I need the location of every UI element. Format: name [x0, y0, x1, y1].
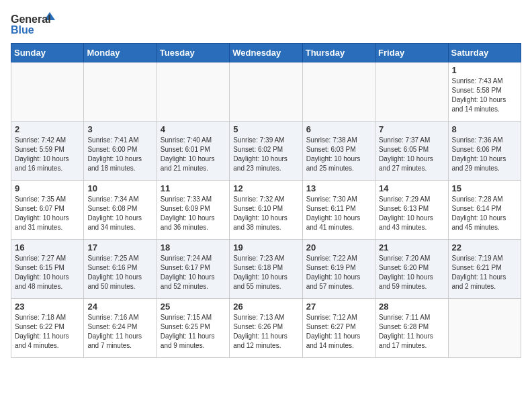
day-number: 7 — [379, 124, 444, 134]
calendar-cell: 21Sunrise: 7:20 AM Sunset: 6:20 PM Dayli… — [375, 240, 448, 299]
day-number: 22 — [452, 242, 517, 253]
calendar-cell: 12Sunrise: 7:32 AM Sunset: 6:10 PM Dayli… — [230, 181, 302, 240]
calendar-cell: 25Sunrise: 7:15 AM Sunset: 6:25 PM Dayli… — [157, 299, 229, 358]
day-info: Sunrise: 7:16 AM Sunset: 6:24 PM Dayligh… — [87, 313, 152, 351]
day-number: 6 — [306, 124, 371, 134]
calendar-cell: 24Sunrise: 7:16 AM Sunset: 6:24 PM Dayli… — [84, 299, 157, 358]
day-info: Sunrise: 7:20 AM Sunset: 6:20 PM Dayligh… — [379, 254, 444, 291]
day-number: 19 — [233, 242, 298, 253]
calendar-cell: 15Sunrise: 7:28 AM Sunset: 6:14 PM Dayli… — [448, 181, 521, 240]
weekday-header-monday: Monday — [84, 44, 157, 62]
day-info: Sunrise: 7:19 AM Sunset: 6:21 PM Dayligh… — [452, 254, 517, 291]
calendar-cell: 28Sunrise: 7:11 AM Sunset: 6:28 PM Dayli… — [375, 299, 448, 358]
day-number: 5 — [233, 124, 298, 134]
calendar-week-row: 23Sunrise: 7:18 AM Sunset: 6:22 PM Dayli… — [11, 299, 521, 358]
calendar-cell: 27Sunrise: 7:12 AM Sunset: 6:27 PM Dayli… — [302, 299, 375, 358]
page-header: GeneralBlue — [11, 11, 521, 38]
day-number: 17 — [87, 242, 152, 253]
day-info: Sunrise: 7:42 AM Sunset: 5:59 PM Dayligh… — [15, 136, 80, 173]
day-info: Sunrise: 7:15 AM Sunset: 6:25 PM Dayligh… — [161, 313, 226, 351]
calendar-cell — [302, 62, 375, 122]
day-info: Sunrise: 7:32 AM Sunset: 6:10 PM Dayligh… — [233, 195, 298, 232]
day-number: 20 — [306, 242, 371, 253]
day-info: Sunrise: 7:41 AM Sunset: 6:00 PM Dayligh… — [87, 136, 152, 173]
calendar-cell: 9Sunrise: 7:35 AM Sunset: 6:07 PM Daylig… — [11, 181, 84, 240]
day-number: 23 — [15, 302, 80, 312]
day-number: 18 — [161, 242, 226, 253]
calendar-cell: 8Sunrise: 7:36 AM Sunset: 6:06 PM Daylig… — [448, 122, 521, 181]
day-number: 21 — [379, 242, 444, 253]
day-info: Sunrise: 7:11 AM Sunset: 6:28 PM Dayligh… — [379, 313, 444, 351]
calendar-cell — [84, 62, 157, 122]
day-number: 28 — [379, 302, 444, 312]
calendar-cell: 17Sunrise: 7:25 AM Sunset: 6:16 PM Dayli… — [84, 240, 157, 299]
day-number: 8 — [452, 124, 517, 134]
day-number: 13 — [306, 183, 371, 193]
calendar-cell — [230, 62, 302, 122]
weekday-header-friday: Friday — [375, 44, 448, 62]
logo: GeneralBlue — [11, 11, 64, 38]
day-number: 26 — [233, 302, 298, 312]
day-number: 9 — [15, 183, 80, 193]
calendar-cell: 1Sunrise: 7:43 AM Sunset: 5:58 PM Daylig… — [448, 62, 521, 122]
calendar-cell: 19Sunrise: 7:23 AM Sunset: 6:18 PM Dayli… — [230, 240, 302, 299]
day-number: 11 — [161, 183, 226, 193]
day-number: 12 — [233, 183, 298, 193]
day-info: Sunrise: 7:43 AM Sunset: 5:58 PM Dayligh… — [452, 77, 517, 114]
calendar-week-row: 1Sunrise: 7:43 AM Sunset: 5:58 PM Daylig… — [11, 62, 521, 122]
day-number: 14 — [379, 183, 444, 193]
day-info: Sunrise: 7:22 AM Sunset: 6:19 PM Dayligh… — [306, 254, 371, 291]
calendar-cell: 26Sunrise: 7:13 AM Sunset: 6:26 PM Dayli… — [230, 299, 302, 358]
day-number: 27 — [306, 302, 371, 312]
day-info: Sunrise: 7:27 AM Sunset: 6:15 PM Dayligh… — [15, 254, 80, 291]
day-number: 3 — [87, 124, 152, 134]
day-info: Sunrise: 7:13 AM Sunset: 6:26 PM Dayligh… — [233, 313, 298, 351]
calendar-cell: 23Sunrise: 7:18 AM Sunset: 6:22 PM Dayli… — [11, 299, 84, 358]
calendar-cell: 2Sunrise: 7:42 AM Sunset: 5:59 PM Daylig… — [11, 122, 84, 181]
calendar-table: SundayMondayTuesdayWednesdayThursdayFrid… — [11, 43, 521, 358]
weekday-header-tuesday: Tuesday — [157, 44, 229, 62]
calendar-cell: 10Sunrise: 7:34 AM Sunset: 6:08 PM Dayli… — [84, 181, 157, 240]
day-info: Sunrise: 7:23 AM Sunset: 6:18 PM Dayligh… — [233, 254, 298, 291]
calendar-week-row: 16Sunrise: 7:27 AM Sunset: 6:15 PM Dayli… — [11, 240, 521, 299]
day-number: 24 — [87, 302, 152, 312]
day-info: Sunrise: 7:30 AM Sunset: 6:11 PM Dayligh… — [306, 195, 371, 232]
day-info: Sunrise: 7:33 AM Sunset: 6:09 PM Dayligh… — [161, 195, 226, 232]
calendar-cell: 16Sunrise: 7:27 AM Sunset: 6:15 PM Dayli… — [11, 240, 84, 299]
day-number: 25 — [161, 302, 226, 312]
day-number: 4 — [161, 124, 226, 134]
weekday-header-sunday: Sunday — [11, 44, 84, 62]
day-number: 1 — [452, 65, 517, 75]
calendar-week-row: 2Sunrise: 7:42 AM Sunset: 5:59 PM Daylig… — [11, 122, 521, 181]
weekday-header-wednesday: Wednesday — [230, 44, 302, 62]
calendar-cell: 22Sunrise: 7:19 AM Sunset: 6:21 PM Dayli… — [448, 240, 521, 299]
weekday-header-saturday: Saturday — [448, 44, 521, 62]
day-info: Sunrise: 7:34 AM Sunset: 6:08 PM Dayligh… — [87, 195, 152, 232]
day-info: Sunrise: 7:40 AM Sunset: 6:01 PM Dayligh… — [161, 136, 226, 173]
logo-svg: GeneralBlue — [11, 11, 64, 38]
day-number: 16 — [15, 242, 80, 253]
day-info: Sunrise: 7:29 AM Sunset: 6:13 PM Dayligh… — [379, 195, 444, 232]
calendar-cell: 5Sunrise: 7:39 AM Sunset: 6:02 PM Daylig… — [230, 122, 302, 181]
day-info: Sunrise: 7:25 AM Sunset: 6:16 PM Dayligh… — [87, 254, 152, 291]
calendar-week-row: 9Sunrise: 7:35 AM Sunset: 6:07 PM Daylig… — [11, 181, 521, 240]
calendar-cell: 13Sunrise: 7:30 AM Sunset: 6:11 PM Dayli… — [302, 181, 375, 240]
day-info: Sunrise: 7:38 AM Sunset: 6:03 PM Dayligh… — [306, 136, 371, 173]
day-number: 15 — [452, 183, 517, 193]
calendar-cell — [448, 299, 521, 358]
day-info: Sunrise: 7:28 AM Sunset: 6:14 PM Dayligh… — [452, 195, 517, 232]
calendar-cell: 14Sunrise: 7:29 AM Sunset: 6:13 PM Dayli… — [375, 181, 448, 240]
weekday-header-thursday: Thursday — [302, 44, 375, 62]
calendar-cell: 4Sunrise: 7:40 AM Sunset: 6:01 PM Daylig… — [157, 122, 229, 181]
day-info: Sunrise: 7:24 AM Sunset: 6:17 PM Dayligh… — [161, 254, 226, 291]
day-info: Sunrise: 7:39 AM Sunset: 6:02 PM Dayligh… — [233, 136, 298, 173]
calendar-cell: 11Sunrise: 7:33 AM Sunset: 6:09 PM Dayli… — [157, 181, 229, 240]
day-info: Sunrise: 7:36 AM Sunset: 6:06 PM Dayligh… — [452, 136, 517, 173]
calendar-cell: 7Sunrise: 7:37 AM Sunset: 6:05 PM Daylig… — [375, 122, 448, 181]
calendar-cell: 18Sunrise: 7:24 AM Sunset: 6:17 PM Dayli… — [157, 240, 229, 299]
day-info: Sunrise: 7:35 AM Sunset: 6:07 PM Dayligh… — [15, 195, 80, 232]
calendar-cell — [11, 62, 84, 122]
calendar-cell: 20Sunrise: 7:22 AM Sunset: 6:19 PM Dayli… — [302, 240, 375, 299]
day-info: Sunrise: 7:18 AM Sunset: 6:22 PM Dayligh… — [15, 313, 80, 351]
calendar-cell — [375, 62, 448, 122]
